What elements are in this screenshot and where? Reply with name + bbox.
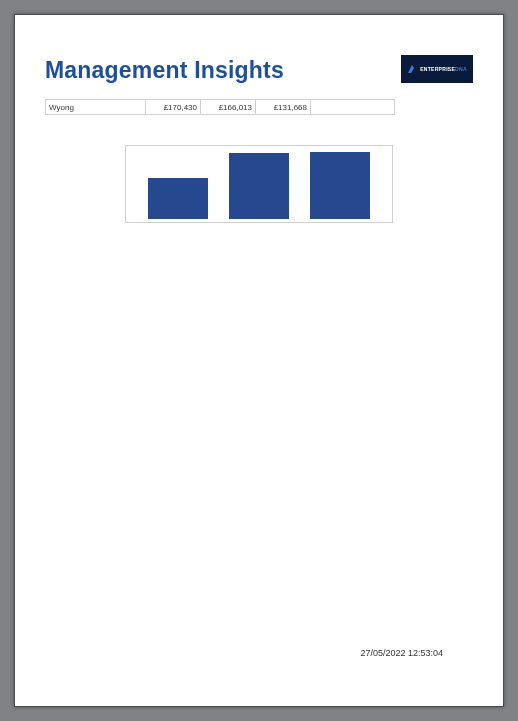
report-page: Management Insights ENTERPRISEDNA Wyong …	[14, 14, 504, 707]
data-table: Wyong £170,430 £166,013 £131,668	[45, 99, 395, 115]
logo-text-main: ENTERPRISE	[420, 66, 455, 72]
row-value-1: £170,430	[146, 100, 201, 114]
report-header: Management Insights ENTERPRISEDNA	[45, 57, 473, 97]
row-blank	[311, 100, 394, 114]
footer-timestamp: 27/05/2022 12:53:04	[360, 648, 443, 658]
row-value-3: £131,668	[256, 100, 311, 114]
bar-1	[229, 153, 289, 219]
bar-2	[310, 152, 370, 219]
bar-chart	[125, 145, 393, 223]
logo-text: ENTERPRISEDNA	[420, 66, 467, 72]
chart-plot-area	[126, 147, 392, 219]
row-name: Wyong	[46, 100, 146, 114]
row-value-2: £166,013	[201, 100, 256, 114]
feather-icon	[407, 64, 417, 74]
bar-0	[148, 178, 208, 219]
brand-logo: ENTERPRISEDNA	[401, 55, 473, 83]
logo-text-accent: DNA	[455, 66, 467, 72]
